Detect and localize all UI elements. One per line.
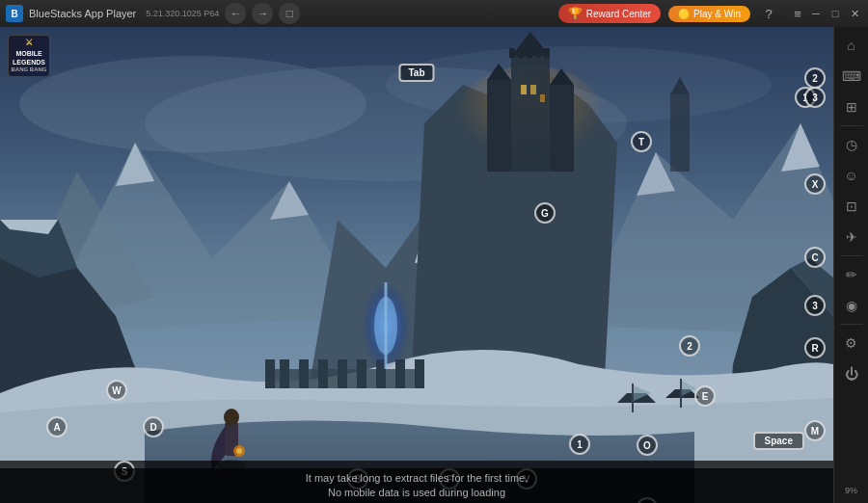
sidebar-home-button[interactable]: ⌂ [837, 31, 866, 60]
key-T-indicator[interactable]: T [631, 131, 652, 152]
help-button[interactable]: ? [758, 3, 779, 24]
game-scene-svg [0, 27, 833, 503]
key-C-indicator[interactable]: C [804, 247, 826, 268]
key-D-indicator[interactable]: D [143, 416, 164, 437]
maximize-button[interactable]: □ [827, 6, 843, 21]
forward-button[interactable]: → [252, 3, 273, 24]
bottom-status-bar: It may take long to extract files for th… [0, 468, 833, 503]
status-line2: No mobile data is used during loading [328, 486, 505, 500]
key-E-indicator[interactable]: E [694, 385, 716, 407]
sidebar-person-button[interactable]: ☺ [837, 161, 866, 190]
key-tab[interactable]: Tab [398, 64, 434, 82]
reward-center-button[interactable]: 🏆 Reward Center [558, 4, 661, 23]
app-logo: B [6, 5, 23, 22]
minimize-button[interactable]: ─ [808, 6, 824, 21]
key-3b-indicator[interactable]: 3 [804, 295, 826, 316]
back-button[interactable]: ← [225, 3, 246, 24]
titlebar-left: B BlueStacks App Player 5.21.320.1025 P6… [0, 3, 558, 24]
sidebar-divider-2 [840, 255, 863, 256]
key-M-indicator[interactable]: M [804, 420, 826, 441]
key-O-indicator[interactable]: O [637, 435, 658, 456]
play-win-button[interactable]: 🟡 Play & Win [668, 6, 750, 22]
menu-button[interactable]: ≡ [787, 3, 808, 24]
key-2b-indicator[interactable]: 2 [679, 335, 700, 357]
window-button[interactable]: □ [279, 3, 300, 24]
key-R-indicator[interactable]: R [804, 337, 826, 358]
sidebar-camera-button[interactable]: ◉ [837, 291, 866, 320]
key-1b-indicator[interactable]: 1 [569, 434, 590, 455]
right-sidebar: ⌂ ⌨ ⊞ ◷ ☺ ⊡ ✈ ✏ ◉ ⚙ ⏻ 9% [833, 27, 868, 503]
key-A-indicator[interactable]: A [46, 416, 68, 437]
key-W-indicator[interactable]: W [106, 380, 127, 401]
status-text-3: No mobile data is used during loading [328, 487, 505, 498]
key-3-indicator[interactable]: 3 [804, 87, 826, 108]
sidebar-divider-1 [840, 125, 863, 126]
ml-logo: ⚔ MOBILE LEGENDS BANG BANG [8, 35, 50, 77]
key-space[interactable]: Space [753, 432, 804, 450]
titlebar: B BlueStacks App Player 5.21.320.1025 P6… [0, 0, 868, 27]
sidebar-keyboard-button[interactable]: ⌨ [837, 62, 866, 91]
titlebar-center: 🏆 Reward Center 🟡 Play & Win ? ≡ [558, 3, 808, 24]
status-line1: It may take long to extract files for th… [306, 471, 528, 486]
game-area[interactable]: ⚔ MOBILE LEGENDS BANG BANG Tab 1 2 3 T X… [0, 27, 833, 503]
reward-center-label: Reward Center [586, 9, 651, 19]
play-coin-icon: 🟡 [678, 9, 690, 19]
key-G-indicator[interactable]: G [534, 202, 556, 224]
status-text-1: It may take long to extract files for th… [306, 472, 528, 484]
sidebar-plane-button[interactable]: ✈ [837, 223, 866, 252]
reward-icon: 🏆 [568, 7, 583, 20]
close-button[interactable]: ✕ [847, 6, 862, 21]
sidebar-power-button[interactable]: ⏻ [837, 359, 866, 388]
titlebar-right: ─ □ ✕ [808, 6, 868, 21]
main-content: ⚔ MOBILE LEGENDS BANG BANG Tab 1 2 3 T X… [0, 27, 868, 503]
sidebar-settings-button[interactable]: ⚙ [837, 329, 866, 357]
sidebar-percent: 9% [845, 486, 857, 499]
app-title: BlueStacks App Player [29, 8, 136, 19]
play-win-label: Play & Win [693, 9, 741, 19]
sidebar-edit-button[interactable]: ✏ [837, 260, 866, 289]
key-X-indicator[interactable]: X [804, 173, 826, 195]
app-version: 5.21.320.1025 P64 [146, 9, 219, 18]
sidebar-gamepad-button[interactable]: ⊞ [837, 93, 866, 121]
sidebar-divider-3 [840, 324, 863, 325]
sidebar-clock-button[interactable]: ◷ [837, 130, 866, 159]
svg-rect-63 [0, 27, 833, 503]
key-2-top-indicator[interactable]: 2 [804, 67, 826, 89]
ml-logo-box: ⚔ MOBILE LEGENDS BANG BANG [8, 35, 50, 77]
sidebar-car-button[interactable]: ⊡ [837, 192, 866, 221]
